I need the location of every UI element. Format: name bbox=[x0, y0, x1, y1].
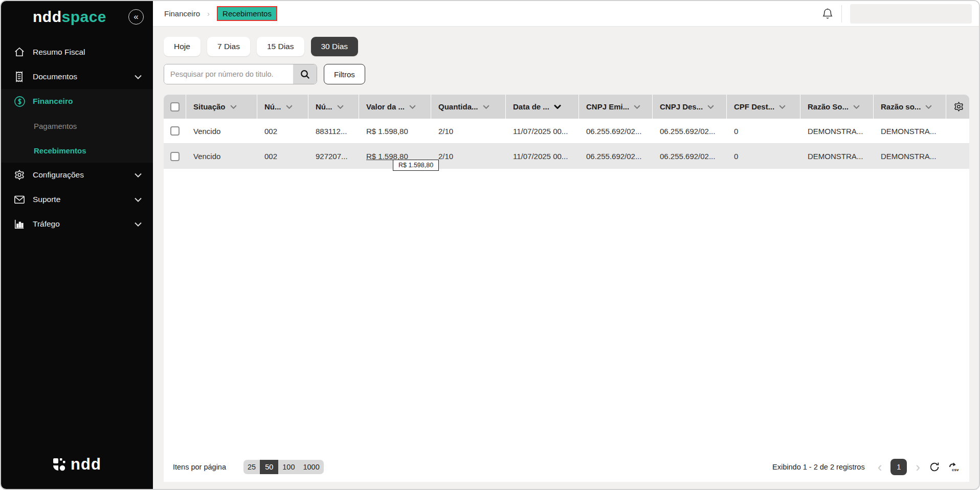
cell-valor: R$ 1.598,80 bbox=[359, 119, 431, 143]
dollar-circle-icon bbox=[13, 95, 26, 107]
cell-razao-social-2: DEMONSTRA... bbox=[874, 144, 946, 169]
search-button[interactable] bbox=[293, 64, 317, 84]
receivables-table: Situação Nú... Nú... Valor da ... Quanti… bbox=[164, 95, 969, 482]
search-row: Filtros bbox=[164, 64, 969, 84]
bar-chart-icon bbox=[13, 218, 26, 230]
page-size-1000[interactable]: 1000 bbox=[299, 460, 323, 474]
sidebar-item-trafego[interactable]: Tráfego bbox=[1, 212, 153, 236]
app-window: nddspace « Resumo Fiscal Documentos bbox=[0, 0, 980, 490]
page-size-selector: 25 50 100 1000 bbox=[243, 460, 324, 474]
topbar: Financeiro › Recebimentos bbox=[153, 1, 979, 27]
page-size-100[interactable]: 100 bbox=[278, 460, 299, 474]
cell-quantidade: 2/10 bbox=[431, 119, 506, 143]
nddspace-logo: nddspace bbox=[33, 8, 106, 26]
table-row[interactable]: Vencido 002 883112... R$ 1.598,80 2/10 1… bbox=[164, 119, 969, 144]
cell-cpf-destinatario: 0 bbox=[727, 144, 800, 169]
sort-chevron-icon bbox=[286, 105, 293, 109]
col-header-numero-1[interactable]: Nú... bbox=[257, 95, 308, 119]
refresh-icon[interactable] bbox=[929, 461, 940, 473]
home-icon bbox=[13, 46, 26, 58]
next-page-arrow[interactable]: › bbox=[915, 460, 921, 474]
table-row[interactable]: Vencido 002 927207... R$ 1.598,80 2/10 1… bbox=[164, 144, 969, 169]
row-checkbox[interactable] bbox=[170, 126, 180, 136]
date-range-chips: Hoje 7 Dias 15 Dias 30 Dias bbox=[164, 37, 969, 56]
table-settings-gear-icon[interactable] bbox=[953, 101, 964, 112]
column-settings-cell bbox=[946, 95, 971, 119]
col-header-cpf-destinatario[interactable]: CPF Dest... bbox=[727, 95, 800, 119]
chip-15-dias[interactable]: 15 Dias bbox=[257, 37, 304, 56]
cell-numero-2: 927207... bbox=[308, 144, 359, 169]
sidebar-item-resumo-fiscal[interactable]: Resumo Fiscal bbox=[1, 40, 153, 64]
cell-data: 11/07/2025 00... bbox=[506, 144, 579, 169]
cell-numero-1: 002 bbox=[257, 144, 308, 169]
col-header-situacao[interactable]: Situação bbox=[186, 95, 257, 119]
sidebar-item-label: Financeiro bbox=[33, 97, 142, 106]
cell-cnpj-destinatario: 06.255.692/02... bbox=[653, 144, 727, 169]
sidebar-collapse-button[interactable]: « bbox=[128, 9, 144, 25]
sort-chevron-icon bbox=[634, 105, 640, 109]
user-account-area[interactable] bbox=[850, 4, 972, 24]
sidebar-item-suporte[interactable]: Suporte bbox=[1, 187, 153, 212]
search-input[interactable] bbox=[164, 64, 293, 84]
row-checkbox[interactable] bbox=[170, 152, 180, 161]
col-header-valor[interactable]: Valor da ... bbox=[359, 95, 431, 119]
mail-icon bbox=[13, 193, 26, 206]
chevron-down-icon bbox=[135, 222, 142, 227]
ndd-logo-mark-icon bbox=[53, 458, 66, 471]
sidebar-subitem-recebimentos[interactable]: Recebimentos bbox=[1, 138, 153, 163]
breadcrumb-current[interactable]: Recebimentos bbox=[217, 6, 277, 21]
sort-chevron-icon bbox=[707, 105, 714, 109]
sidebar-item-configuracoes[interactable]: Configurações bbox=[1, 163, 153, 187]
export-csv-icon[interactable]: csv bbox=[948, 461, 961, 473]
cell-cnpj-emitente: 06.255.692/02... bbox=[579, 119, 653, 143]
cell-situacao: Vencido bbox=[186, 119, 257, 143]
cell-numero-2: 883112... bbox=[308, 119, 359, 143]
prev-page-arrow[interactable]: ‹ bbox=[877, 460, 883, 474]
breadcrumb-parent[interactable]: Financeiro bbox=[164, 9, 200, 18]
sort-chevron-icon bbox=[925, 105, 932, 109]
chip-hoje[interactable]: Hoje bbox=[164, 37, 201, 56]
breadcrumb-separator-icon: › bbox=[207, 9, 210, 18]
sidebar-item-financeiro[interactable]: Financeiro bbox=[1, 89, 153, 114]
col-header-razao-social-2[interactable]: Razão so... bbox=[874, 95, 946, 119]
col-header-quantidade[interactable]: Quantida... bbox=[431, 95, 506, 119]
col-header-data-sorted[interactable]: Data de ... bbox=[506, 95, 579, 119]
cell-cpf-destinatario: 0 bbox=[727, 119, 800, 143]
cell-cnpj-destinatario: 06.255.692/02... bbox=[653, 119, 727, 143]
search-icon bbox=[300, 70, 310, 79]
current-page-button[interactable]: 1 bbox=[890, 459, 907, 475]
cell-situacao: Vencido bbox=[186, 144, 257, 169]
page-size-25[interactable]: 25 bbox=[243, 460, 260, 474]
chip-30-dias-selected[interactable]: 30 Dias bbox=[311, 37, 359, 56]
sidebar-item-label: Tráfego bbox=[33, 219, 135, 229]
sort-chevron-icon bbox=[230, 105, 237, 109]
records-count-text: Exibindo 1 - 2 de 2 registros bbox=[772, 463, 865, 471]
sidebar-item-documentos[interactable]: Documentos bbox=[1, 64, 153, 89]
filters-button[interactable]: Filtros bbox=[324, 64, 365, 84]
notifications-bell-icon[interactable] bbox=[822, 8, 833, 20]
sort-chevron-icon bbox=[853, 105, 860, 109]
sort-chevron-icon bbox=[483, 105, 489, 109]
content: Hoje 7 Dias 15 Dias 30 Dias Filtros bbox=[153, 27, 979, 489]
col-header-razao-social-1[interactable]: Razão So... bbox=[800, 95, 874, 119]
sidebar: nddspace « Resumo Fiscal Documentos bbox=[1, 1, 153, 489]
sort-chevron-icon bbox=[779, 105, 786, 109]
chip-7-dias[interactable]: 7 Dias bbox=[207, 37, 250, 56]
sort-chevron-active-icon bbox=[554, 104, 561, 109]
cell-razao-social-1: DEMONSTRA... bbox=[800, 119, 874, 143]
ndd-footer-logo: ndd bbox=[1, 442, 153, 489]
col-header-cnpj-emitente[interactable]: CNPJ Emi... bbox=[579, 95, 653, 119]
select-all-checkbox[interactable] bbox=[170, 102, 180, 112]
sidebar-subitem-label: Recebimentos bbox=[34, 146, 86, 155]
sort-chevron-icon bbox=[409, 105, 416, 109]
col-header-numero-2[interactable]: Nú... bbox=[308, 95, 359, 119]
sidebar-item-label: Suporte bbox=[33, 195, 135, 204]
col-header-cnpj-destinatario[interactable]: CNPJ Des... bbox=[653, 95, 727, 119]
gear-icon bbox=[13, 169, 26, 181]
cell-cnpj-emitente: 06.255.692/02... bbox=[579, 144, 653, 169]
svg-text:csv: csv bbox=[952, 467, 959, 472]
value-tooltip: R$ 1.598,80 bbox=[393, 160, 439, 171]
sidebar-subitem-pagamentos[interactable]: Pagamentos bbox=[1, 114, 153, 138]
page-size-50-selected[interactable]: 50 bbox=[260, 460, 278, 474]
cell-razao-social-2: DEMONSTRA... bbox=[874, 119, 946, 143]
